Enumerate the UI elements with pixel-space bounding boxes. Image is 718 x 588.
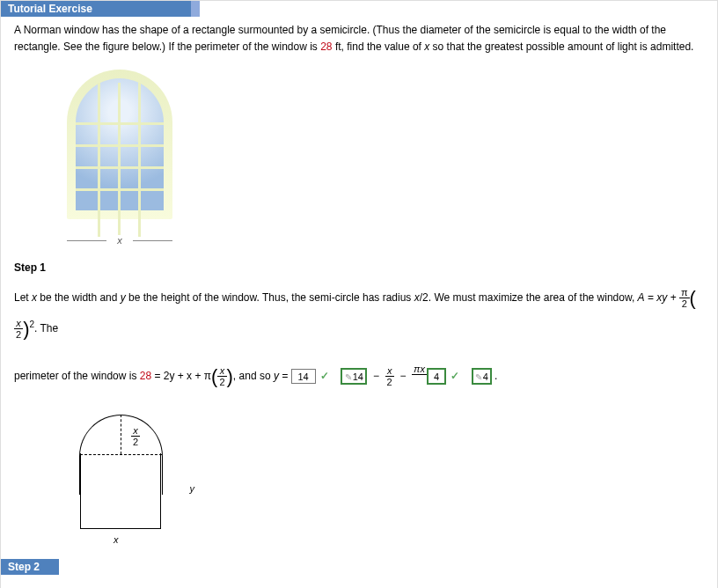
perimeter-value: 28 [320,40,332,53]
ans-14: 14 [353,371,363,382]
answer-box-4a[interactable]: 4 [427,368,446,385]
xy: xy [656,290,667,303]
frac-pi-2: π2 [679,287,690,309]
step1-text: , and so [233,370,274,382]
diag-r-den: 2 [131,437,140,447]
frac-x-2: x2 [217,365,226,387]
y-eq: y = [274,370,291,382]
answer-box-14b[interactable]: ✎14 [341,368,367,385]
diag-x: x [114,534,119,545]
step1-text: . The [34,322,58,334]
norman-window-figure: x [62,70,177,246]
pencil-icon: ✎ [475,372,482,382]
pencil-icon: ✎ [345,372,352,382]
frac-x-2: x2 [385,365,394,387]
ans-4: 4 [483,371,488,382]
checkmark-icon: ✓ [320,368,329,385]
step1-text: be the width and [37,290,121,303]
var-A: A [638,290,645,303]
answer-box-y-14[interactable]: 14 [291,369,316,384]
step2-content: We now have A = x(14 − x2 − πx4) + π8x2 … [1,575,717,588]
ans-4: 4 [434,371,439,382]
problem-statement: A Norman window has the shape of a recta… [1,17,717,61]
frac-x-2: x2 [14,318,23,340]
step1-diagram: x2 y x [80,415,177,529]
answer-box-4b[interactable]: ✎4 [472,368,492,385]
tutorial-exercise-header: Tutorial Exercise [1,1,200,17]
step1-text: Let [14,290,32,303]
step1-heading: Step 1 [14,261,46,274]
perimeter-value: 28 [140,370,151,382]
diag-r-num: x [131,425,140,437]
step1-text: perimeter of the window is [14,370,140,382]
figure-x-label: x [114,235,126,246]
eq: = [645,290,657,303]
step1-text: /2. We must maximize the area of the win… [420,290,638,303]
perimeter-eq: = 2y + x + π [151,370,211,382]
problem-text-2: ft, find the value of [333,40,425,53]
pix-over: πx [412,364,427,375]
checkmark-icon: ✓ [451,368,459,385]
step1-content: Let x be the width and y be the height o… [1,277,717,398]
diag-y: y [190,483,195,494]
problem-text-3: so that the greatest possible amount of … [429,40,693,53]
step1-text: be the height of the window. Thus, the s… [126,290,414,303]
step2-header: Step 2 [1,559,59,575]
